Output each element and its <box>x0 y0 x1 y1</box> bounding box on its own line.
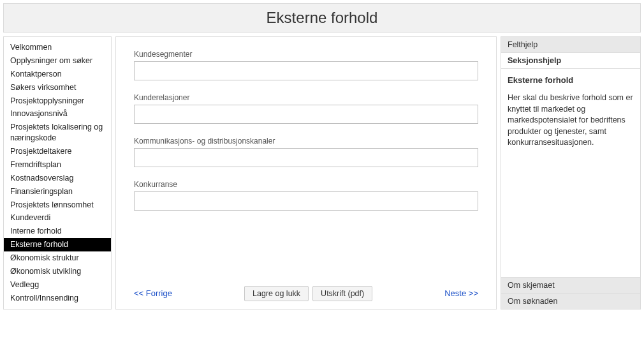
sidebar-item-9[interactable]: Kostnadsoverslag <box>4 172 111 185</box>
field-label-3: Konkurranse <box>134 180 478 189</box>
help-section-title: Eksterne forhold <box>508 75 634 85</box>
field-group-3: Konkurranse <box>134 180 478 211</box>
sidebar-item-5[interactable]: Innovasjonsnivå <box>4 107 111 121</box>
sidebar-item-7[interactable]: Prosjektdeltakere <box>4 145 111 158</box>
sidebar-item-11[interactable]: Prosjektets lønnsomhet <box>4 198 111 212</box>
sidebar-item-12[interactable]: Kundeverdi <box>4 211 111 225</box>
field-input-2[interactable] <box>134 148 478 167</box>
sidebar-item-17[interactable]: Vedlegg <box>4 278 111 292</box>
sidebar-item-18[interactable]: Kontroll/Innsending <box>4 292 111 305</box>
field-group-1: Kunderelasjoner <box>134 93 478 124</box>
help-link-om-soknaden[interactable]: Om søknaden <box>501 293 640 309</box>
field-input-3[interactable] <box>134 191 478 211</box>
field-label-0: Kundesegmenter <box>134 50 478 59</box>
sidebar-item-10[interactable]: Finansieringsplan <box>4 185 111 198</box>
help-panel: Felthjelp Seksjonshjelp Eksterne forhold… <box>501 36 641 310</box>
help-link-om-skjemaet[interactable]: Om skjemaet <box>501 277 640 293</box>
page-title: Eksterne forhold <box>4 9 640 27</box>
field-label-1: Kunderelasjoner <box>134 93 478 102</box>
sidebar-item-15[interactable]: Økonomisk struktur <box>4 251 111 265</box>
sidebar-item-14[interactable]: Eksterne forhold <box>4 238 111 251</box>
field-input-0[interactable] <box>134 61 478 80</box>
field-group-2: Kommunikasjons- og distribusjonskanaler <box>134 137 478 167</box>
sidebar-item-13[interactable]: Interne forhold <box>4 225 111 238</box>
form-panel: KundesegmenterKunderelasjonerKommunikasj… <box>115 36 497 310</box>
prev-link[interactable]: << Forrige <box>134 288 172 298</box>
sidebar-nav: VelkommenOpplysninger om søkerKontaktper… <box>3 36 112 310</box>
sidebar-item-6[interactable]: Prosjektets lokalisering og næringskode <box>4 121 111 145</box>
help-tab-felthjelp[interactable]: Felthjelp <box>501 37 640 53</box>
field-group-0: Kundesegmenter <box>134 50 478 80</box>
help-tab-seksjonshjelp[interactable]: Seksjonshjelp <box>501 53 640 69</box>
field-label-2: Kommunikasjons- og distribusjonskanaler <box>134 137 478 146</box>
sidebar-item-4[interactable]: Prosjektopplysninger <box>4 94 111 108</box>
form-footer: << Forrige Lagre og lukk Utskrift (pdf) … <box>134 280 478 301</box>
sidebar-item-8[interactable]: Fremdriftsplan <box>4 158 111 172</box>
sidebar-item-1[interactable]: Opplysninger om søker <box>4 54 111 68</box>
next-link[interactable]: Neste >> <box>444 288 478 298</box>
sidebar-item-3[interactable]: Søkers virksomhet <box>4 81 111 94</box>
print-pdf-button[interactable]: Utskrift (pdf) <box>312 286 372 301</box>
sidebar-item-16[interactable]: Økonomisk utvikling <box>4 265 111 278</box>
save-close-button[interactable]: Lagre og lukk <box>244 286 309 301</box>
help-section-body: Her skal du beskrive forhold som er knyt… <box>508 93 634 149</box>
sidebar-item-0[interactable]: Velkommen <box>4 41 111 54</box>
sidebar-item-2[interactable]: Kontaktperson <box>4 68 111 81</box>
page-header: Eksterne forhold <box>3 3 641 33</box>
field-input-1[interactable] <box>134 105 478 124</box>
